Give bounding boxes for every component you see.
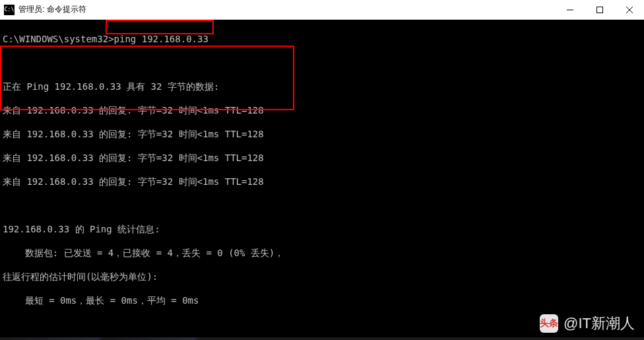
terminal-output: 来自 192.168.0.33 的回复: 字节=32 时间<1ms TTL=12… [3,105,264,116]
watermark-logo-icon: 头条 [540,314,558,333]
terminal-output: 最短 = 0ms，最长 = 0ms，平均 = 0ms [3,295,199,306]
minimize-icon [567,7,573,13]
terminal-output: 正在 Ping 192.168.0.33 具有 32 字节的数据: [3,81,219,92]
terminal-area[interactable]: C:\WINDOWS\system32>ping 192.168.0.33 正在… [0,20,644,340]
watermark: 头条 @IT新潮人 [540,314,635,333]
maximize-icon [596,7,603,13]
terminal-output: 来自 192.168.0.33 的回复: 字节=32 时间<1ms TTL=12… [3,153,264,163]
terminal-output: 192.168.0.33 的 Ping 统计信息: [3,224,160,234]
titlebar-left: C:\ 管理员: 命令提示符 [4,4,86,15]
window-titlebar[interactable]: C:\ 管理员: 命令提示符 [0,0,644,20]
terminal-output: 来自 192.168.0.33 的回复: 字节=32 时间<1ms TTL=12… [3,176,264,187]
terminal-output: 来自 192.168.0.33 的回复: 字节=32 时间<1ms TTL=12… [3,129,264,139]
minimize-button[interactable] [555,0,585,19]
highlight-output [0,46,294,110]
prompt-line: C:\WINDOWS\system32>ping 192.168.0.33 [3,34,209,44]
terminal-output: 数据包: 已发送 = 4，已接收 = 4，丢失 = 0 (0% 丢失)， [3,248,284,258]
window-controls [555,0,644,19]
svg-rect-1 [596,7,602,13]
cmd-icon: C:\ [4,5,15,15]
taskbar-edge [0,337,644,340]
watermark-author: @IT新潮人 [564,314,635,333]
close-button[interactable] [614,0,644,19]
close-icon [626,7,633,13]
window-title: 管理员: 命令提示符 [18,4,86,15]
maximize-button[interactable] [585,0,614,19]
terminal-output: 往返行程的估计时间(以毫秒为单位): [3,271,158,282]
highlight-command [106,20,214,34]
